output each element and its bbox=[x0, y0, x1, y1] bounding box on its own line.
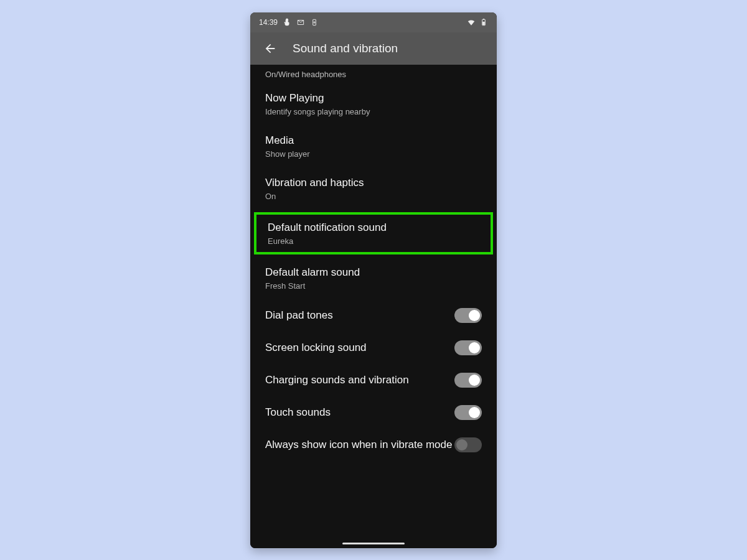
toggle-always-show-vibrate-icon[interactable] bbox=[454, 437, 482, 452]
row-subtitle: Show player bbox=[265, 149, 482, 159]
row-vibration-haptics[interactable]: Vibration and haptics On bbox=[250, 167, 497, 210]
back-button[interactable] bbox=[259, 37, 281, 60]
row-title: Touch sounds bbox=[265, 406, 454, 419]
status-left: 14:39 bbox=[259, 18, 319, 27]
svg-point-0 bbox=[286, 18, 288, 20]
phone-frame: 14:39 Sound and vibration bbox=[250, 12, 497, 548]
toggle-touch-sounds[interactable] bbox=[454, 405, 482, 420]
status-time: 14:39 bbox=[259, 18, 278, 27]
row-dial-pad-tones[interactable]: Dial pad tones bbox=[250, 299, 497, 332]
row-default-notification-sound[interactable]: Default notification sound Eureka bbox=[254, 212, 493, 254]
page-title: Sound and vibration bbox=[293, 42, 398, 55]
row-title: Default notification sound bbox=[268, 221, 479, 235]
row-charging-sounds-vibration[interactable]: Charging sounds and vibration bbox=[250, 364, 497, 396]
row-title: Default alarm sound bbox=[265, 266, 482, 279]
row-touch-sounds[interactable]: Touch sounds bbox=[250, 396, 497, 429]
arrow-left-icon bbox=[263, 42, 277, 55]
toggle-screen-locking-sound[interactable] bbox=[454, 340, 482, 355]
row-title: Now Playing bbox=[265, 91, 482, 105]
row-default-alarm-sound[interactable]: Default alarm sound Fresh Start bbox=[250, 257, 497, 299]
row-always-show-vibrate-icon[interactable]: Always show icon when in vibrate mode bbox=[250, 429, 497, 459]
row-screen-locking-sound[interactable]: Screen locking sound bbox=[250, 332, 497, 364]
row-subtitle: On/Wired headphones bbox=[265, 70, 482, 79]
toggle-charging-sounds-vibration[interactable] bbox=[454, 373, 482, 388]
battery-icon bbox=[479, 18, 488, 27]
row-subtitle: Fresh Start bbox=[265, 281, 482, 291]
row-subtitle: On bbox=[265, 192, 482, 201]
row-now-playing[interactable]: Now Playing Identify songs playing nearb… bbox=[250, 83, 497, 125]
wifi-icon bbox=[467, 18, 476, 27]
row-subtitle: Eureka bbox=[268, 236, 479, 246]
row-title: Always show icon when in vibrate mode bbox=[265, 438, 454, 451]
status-right bbox=[467, 18, 488, 27]
row-partial-spatial-audio[interactable]: On/Wired headphones bbox=[250, 65, 497, 83]
row-media[interactable]: Media Show player bbox=[250, 125, 497, 167]
row-subtitle: Identify songs playing nearby bbox=[265, 107, 482, 116]
app-bar: Sound and vibration bbox=[250, 32, 497, 65]
row-title: Screen locking sound bbox=[265, 341, 454, 355]
toggle-dial-pad-tones[interactable] bbox=[454, 308, 482, 323]
row-title: Vibration and haptics bbox=[265, 176, 482, 190]
status-bar: 14:39 bbox=[250, 12, 497, 32]
row-title: Media bbox=[265, 134, 482, 147]
row-title: Dial pad tones bbox=[265, 309, 454, 322]
gmail-icon bbox=[296, 18, 305, 27]
svg-rect-4 bbox=[483, 19, 484, 19]
row-title: Charging sounds and vibration bbox=[265, 373, 454, 387]
device-icon bbox=[310, 18, 319, 27]
settings-list: On/Wired headphones Now Playing Identify… bbox=[250, 65, 497, 548]
svg-rect-3 bbox=[482, 21, 485, 24]
touch-icon bbox=[283, 18, 291, 27]
home-indicator[interactable] bbox=[342, 543, 405, 544]
